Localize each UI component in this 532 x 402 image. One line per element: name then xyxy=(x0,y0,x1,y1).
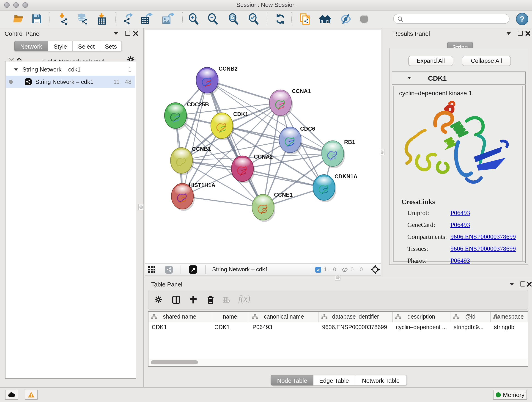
column-header-canonical-name[interactable]: canonical name xyxy=(249,312,319,322)
crosslink-link[interactable]: P06493 xyxy=(450,221,470,229)
network-node-CCNB2[interactable] xyxy=(196,67,220,95)
network-view-mode-button[interactable] xyxy=(165,265,173,274)
export-image-button[interactable] xyxy=(161,12,174,26)
memory-label: Memory xyxy=(503,391,525,398)
zoom-out-button[interactable] xyxy=(206,12,219,26)
crosslink-link[interactable]: 9606.ENSP00000378699 xyxy=(450,245,516,253)
tab-edge-table[interactable]: Edge Table xyxy=(313,375,355,385)
results-panel-menu-icon[interactable] xyxy=(506,32,511,35)
collapse-all-button[interactable]: Collapse All xyxy=(462,56,511,66)
table-cell[interactable]: P06493 xyxy=(249,322,319,332)
tab-sets[interactable]: Sets xyxy=(100,41,122,51)
gene-card-header[interactable]: CDK1 xyxy=(392,71,526,85)
search-field[interactable] xyxy=(393,14,510,24)
crosslink-link[interactable]: 9606.ENSP00000378699 xyxy=(450,233,516,241)
clone-network-button[interactable] xyxy=(298,12,311,26)
network-node-RB1[interactable] xyxy=(322,141,345,168)
results-scrollbar[interactable] xyxy=(522,86,525,262)
import-network-file-button[interactable] xyxy=(56,12,69,26)
memory-button[interactable]: Memory xyxy=(493,390,527,400)
save-session-button[interactable] xyxy=(30,12,43,26)
column-type-icon xyxy=(151,314,157,319)
warnings-button[interactable] xyxy=(25,390,38,400)
column-type-icon xyxy=(453,314,459,319)
node-label-CDC25B: CDC25B xyxy=(187,101,209,108)
import-network-icon xyxy=(57,13,69,25)
tab-network-table[interactable]: Network Table xyxy=(355,375,407,385)
control-panel-menu-icon[interactable] xyxy=(114,32,118,35)
zoom-selected-button[interactable] xyxy=(247,12,260,26)
cloud-status-button[interactable] xyxy=(5,390,18,400)
birds-eye-view-button[interactable] xyxy=(371,265,380,274)
table-panel-menu-icon[interactable] xyxy=(510,283,514,286)
network-node-CDKN1A[interactable] xyxy=(313,175,336,202)
first-neighbors-button[interactable] xyxy=(319,12,332,26)
crosslink-link[interactable]: P06493 xyxy=(450,257,470,264)
network-collection-row[interactable]: String Network – cdk1 1 xyxy=(6,63,135,76)
help-button[interactable]: ? xyxy=(516,13,528,25)
window-title: Session: New Session xyxy=(0,1,532,8)
selected-checkbox-icon[interactable] xyxy=(315,267,321,273)
create-column-button[interactable] xyxy=(190,296,197,304)
column-header-database-identifier[interactable]: database identifier xyxy=(319,312,393,322)
table-cell[interactable]: CDK1 xyxy=(211,322,249,332)
zoom-in-button[interactable] xyxy=(187,12,200,26)
network-row-selected[interactable]: String Network – cdk1 11 48 xyxy=(6,76,135,88)
collection-disclosure-icon[interactable] xyxy=(14,68,18,71)
show-columns-button[interactable] xyxy=(172,296,180,304)
table-panel-close-icon[interactable] xyxy=(526,281,532,287)
delete-table-button-disabled[interactable] xyxy=(223,297,230,303)
export-network-button[interactable] xyxy=(121,12,134,26)
control-panel-tabs: Network Style Select Sets xyxy=(14,41,122,51)
column-header-namespace[interactable]: namespace xyxy=(491,312,527,322)
column-header--id[interactable]: @id xyxy=(450,312,491,322)
open-session-button[interactable] xyxy=(12,12,25,26)
function-builder-button[interactable]: f(x) xyxy=(238,294,250,304)
network-node-CDC25B[interactable] xyxy=(165,103,188,130)
control-panel-float-icon[interactable] xyxy=(125,31,130,36)
column-header-name[interactable]: name xyxy=(211,312,249,322)
import-table-file-button[interactable] xyxy=(95,12,108,26)
table-cell[interactable]: cyclin–dependent ... xyxy=(393,322,450,332)
table-cell[interactable]: stringdb:9... xyxy=(450,322,491,332)
search-input[interactable] xyxy=(405,15,505,22)
export-table-button[interactable] xyxy=(140,12,152,26)
network-node-CCNA2[interactable] xyxy=(231,156,255,183)
show-hide-graphics-button[interactable] xyxy=(339,12,352,26)
hidden-indicator: 0 – 0 xyxy=(341,265,363,274)
import-network-database-button[interactable] xyxy=(76,12,89,26)
gene-disclosure-icon[interactable] xyxy=(407,77,411,79)
network-canvas[interactable]: CCNB2CCNA1CDC25BCDK1CDC6RB1CCNB1CCNA2CDK… xyxy=(145,30,381,263)
delete-column-button[interactable] xyxy=(207,296,214,304)
network-node-CDC6[interactable] xyxy=(279,127,302,154)
eye-button[interactable] xyxy=(357,12,370,26)
splitter-handle[interactable] xyxy=(138,204,144,211)
table-options-button[interactable] xyxy=(154,296,162,303)
control-panel-close-icon[interactable] xyxy=(133,31,138,36)
zoom-fit-button[interactable] xyxy=(227,12,240,26)
tab-style[interactable]: Style xyxy=(48,41,73,51)
crosslink-link[interactable]: P06493 xyxy=(450,210,470,217)
update-view-button[interactable] xyxy=(273,12,286,26)
hscrollbar-thumb[interactable] xyxy=(151,360,198,364)
table-hscrollbar[interactable] xyxy=(149,359,527,366)
table-cell[interactable]: stringdb xyxy=(491,322,527,332)
detach-view-button[interactable] xyxy=(189,265,197,274)
table-cell[interactable]: CDK1 xyxy=(148,322,211,332)
column-label: database identifier xyxy=(332,313,379,320)
grid-view-button[interactable] xyxy=(148,265,155,274)
table-row[interactable]: CDK1CDK1P064939606.ENSP00000378699cyclin… xyxy=(148,322,528,332)
network-node-CCNE1[interactable] xyxy=(252,194,275,222)
tab-select[interactable]: Select xyxy=(73,41,100,51)
expand-all-button[interactable]: Expand All xyxy=(408,56,453,66)
results-panel-float-icon[interactable] xyxy=(518,31,523,36)
results-panel-close-icon[interactable] xyxy=(525,31,531,36)
column-header-description[interactable]: description xyxy=(393,312,450,322)
column-header-shared-name[interactable]: shared name xyxy=(148,312,211,322)
table-cell[interactable]: 9606.ENSP00000378699 xyxy=(319,322,393,332)
network-node-CDK1[interactable] xyxy=(211,113,234,140)
table-panel-float-icon[interactable] xyxy=(520,281,525,287)
tab-node-table[interactable]: Node Table xyxy=(271,375,313,385)
network-node-CCNA1[interactable] xyxy=(269,90,293,117)
tab-network[interactable]: Network xyxy=(14,41,48,51)
